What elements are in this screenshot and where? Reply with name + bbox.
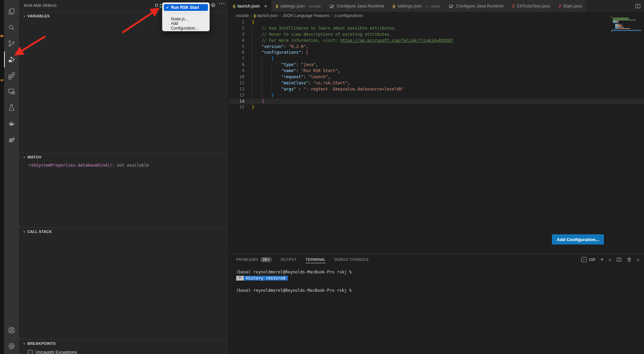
debug-configuration-context-menu: ✓Run RSK StartNode.js...Add Configuratio… [162,2,210,31]
split-terminal-icon[interactable] [616,257,622,262]
code-line-8[interactable]: 8"type": "java", [229,62,644,68]
code-line-5[interactable]: 5"version": "0.2.0", [229,44,644,50]
code-line-4[interactable]: 4// For more information, visit: https:/… [229,38,644,44]
line-number[interactable]: 7 [229,56,244,62]
breadcrumb: .vscode›{}launch.json›JSON Language Feat… [229,12,644,19]
uncaught-exceptions-checkbox[interactable] [28,350,33,354]
line-content[interactable]: { [252,56,274,62]
line-content[interactable]: "request": "launch", [252,74,330,80]
section-header-callstack[interactable]: ∨CALL STACK [19,228,228,235]
line-content[interactable]: } [252,92,274,99]
line-number[interactable]: 14 [229,99,244,105]
panel-tab-terminal[interactable]: TERMINAL [306,254,326,265]
tab-settings-json[interactable]: {}settings.json.vscode [272,0,325,12]
line-content[interactable]: "configurations": [ [252,50,308,56]
watch-expression-row[interactable]: rskSystemProperties.databaseKind(): not … [29,163,228,168]
activity-bar-item-run-and-debug[interactable] [4,51,19,67]
code-line-13[interactable]: 13} [229,92,644,99]
code-line-6[interactable]: 6"configurations": [ [229,50,644,56]
section-header-breakpoints[interactable]: ∨BREAKPOINTS [19,340,228,347]
tab-configure-java-runtime[interactable]: Configure Java Runtime [445,0,508,12]
menu-item-label: Node.js... [171,17,188,21]
line-number[interactable]: 9 [229,68,244,74]
code-line-7[interactable]: 7{ [229,56,644,62]
line-content[interactable]: // Hover to view descriptions of existin… [252,32,392,38]
line-number[interactable]: 10 [229,74,244,80]
activity-bar-item-accounts[interactable] [4,322,19,338]
tab-launch-json[interactable]: {}launch.json× [229,0,272,12]
code-line-1[interactable]: 1{ [229,19,644,26]
line-number[interactable]: 12 [229,86,244,92]
line-number[interactable]: 6 [229,50,244,56]
line-number[interactable]: 15 [229,104,244,111]
activity-bar-item-settings[interactable] [4,338,19,354]
breakpoint-row[interactable]: Uncaught Exceptions [28,350,228,354]
line-content[interactable]: } [252,104,254,111]
line-number[interactable]: 3 [229,32,244,38]
line-number[interactable]: 5 [229,44,244,50]
indent-guide [252,38,262,44]
line-number[interactable]: 13 [229,92,244,99]
checkmark-icon: ✓ [166,5,171,10]
shell-picker[interactable]: > zsh [581,257,595,262]
breadcrumb-label: launch.json [257,13,278,18]
tab-configure-java-runtime[interactable]: Configure Java Runtime [325,0,388,12]
line-number[interactable]: 2 [229,26,244,32]
line-number[interactable]: 4 [229,38,244,44]
line-content[interactable]: { [252,19,254,26]
breadcrumb-item-launch-json[interactable]: {}launch.json [254,13,278,18]
section-header-watch[interactable]: ∨WATCH [19,153,228,161]
activity-bar-item-docker[interactable] [4,115,19,131]
line-content[interactable]: "args" : "--regtest -Xkeyvalue.datasourc… [252,86,404,92]
line-content[interactable]: // Use IntelliSense to learn about possi… [252,26,397,32]
code-line-14[interactable]: 14] [229,99,644,105]
tab-clitoolstest-java[interactable]: JCliToolsTest.java [508,0,554,12]
code-editor[interactable]: 1{2// Use IntelliSense to learn about po… [229,19,644,254]
activity-bar-item-remote-explorer[interactable] [4,83,19,99]
line-content[interactable]: "type": "java", [252,62,318,68]
line-content[interactable]: "name": "Run RSK Start", [252,68,340,74]
panel-tab-output[interactable]: OUTPUT [281,254,297,265]
code-line-11[interactable]: 11"mainClass": "co.rsk.Start", [229,80,644,86]
launch-profile-chevron-icon[interactable]: ∨ [609,258,611,262]
line-content[interactable]: ] [252,99,264,105]
breadcrumb-item-vscode[interactable]: .vscode [235,13,249,18]
code-line-3[interactable]: 3// Hover to view descriptions of existi… [229,32,644,38]
maximize-panel-chevron-icon[interactable]: ∧ [637,258,639,262]
line-content[interactable]: // For more information, visit: https://… [252,38,453,44]
kill-terminal-trash-icon[interactable] [627,257,632,262]
open-launch-json-gear-icon[interactable] [210,2,216,8]
terminal-output[interactable]: (base) reynoldmorel@Reynolds-MacBook-Pro… [229,265,644,293]
line-number[interactable]: 8 [229,62,244,68]
activity-bar-item-testing[interactable] [4,99,19,115]
tab-settings-json[interactable]: {}settings.json~/.../User [388,0,445,12]
panel-tab-problems[interactable]: PROBLEMS1K+ [236,254,272,265]
breadcrumb-item-configurations[interactable]: [ ]configurations [334,13,363,18]
line-content[interactable]: "mainClass": "co.rsk.Start", [252,80,350,86]
activity-bar-item-source-control[interactable] [4,35,19,51]
activity-bar-item-extensions[interactable] [4,67,19,83]
line-content[interactable]: "version": "0.2.0", [252,44,308,50]
minimap[interactable] [611,16,641,34]
split-editor-icon[interactable] [635,3,641,9]
activity-bar-item-gradle[interactable] [4,131,19,147]
menu-item-add-configuration[interactable]: Add Configuration... [164,22,208,29]
line-number[interactable]: 1 [229,19,244,26]
indent-guide [252,32,262,38]
code-line-9[interactable]: 9"name": "Run RSK Start", [229,68,644,74]
code-line-15[interactable]: 15} [229,104,644,111]
activity-bar-item-explorer[interactable] [4,3,19,19]
code-line-12[interactable]: 12"args" : "--regtest -Xkeyvalue.datasou… [229,86,644,92]
code-line-2[interactable]: 2// Use IntelliSense to learn about poss… [229,26,644,32]
tab-start-java[interactable]: JStart.java [554,0,586,12]
panel-tab-debug-console[interactable]: DEBUG CONSOLE [334,254,369,265]
new-terminal-icon[interactable]: + [600,256,604,263]
breadcrumb-item-json-language-features[interactable]: JSON Language Features [282,13,330,18]
menu-item-run-rsk-start[interactable]: ✓Run RSK Start [164,4,208,11]
add-configuration-button[interactable]: Add Configuration... [552,234,604,245]
more-actions-icon[interactable]: ··· [219,1,225,7]
line-number[interactable]: 11 [229,80,244,86]
close-icon[interactable]: × [264,3,267,9]
activity-bar-item-search[interactable] [4,19,19,35]
code-line-10[interactable]: 10"request": "launch", [229,74,644,80]
